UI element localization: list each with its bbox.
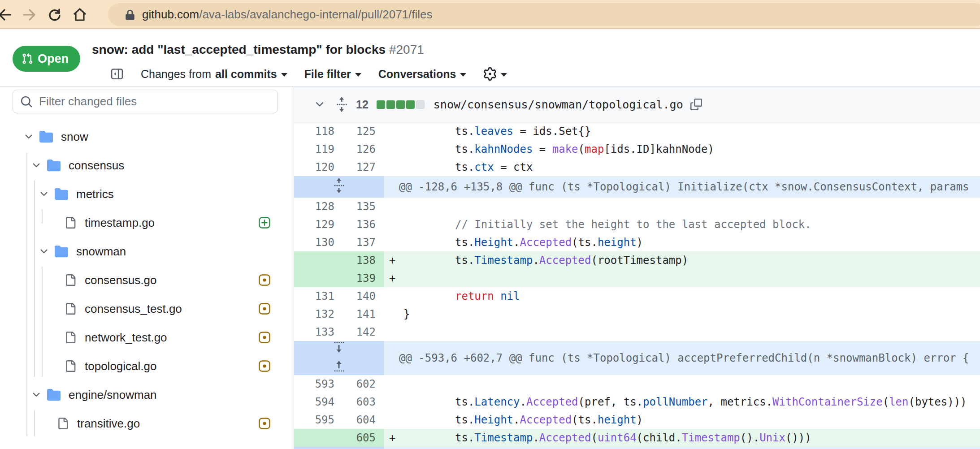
tree-folder-engine-snowman[interactable]: engine/snowman [0, 380, 294, 409]
new-line-number[interactable]: 136 [339, 216, 384, 233]
reload-icon[interactable] [47, 7, 63, 23]
file-icon [57, 418, 69, 429]
diff-marker [384, 323, 403, 341]
old-line-number[interactable] [294, 429, 339, 447]
new-line-number[interactable]: 127 [339, 158, 384, 176]
tree-file-consensus-test-go[interactable]: consensus_test.go [0, 294, 294, 323]
file-modified-icon [258, 274, 271, 286]
new-line-number[interactable]: 142 [339, 323, 384, 341]
old-line-number[interactable]: 119 [294, 140, 339, 158]
hunk-expand-gutter [294, 447, 384, 449]
diff-context-line: 594603ts.Latency.Accepted(pref, ts.pollN… [294, 393, 980, 411]
chevron-down-icon[interactable] [39, 246, 49, 257]
file-icon [65, 217, 76, 229]
home-icon[interactable] [72, 7, 88, 23]
old-line-number[interactable]: 130 [294, 233, 339, 251]
new-line-number[interactable]: 603 [339, 393, 384, 411]
diff-marker [384, 411, 403, 429]
chevron-down-icon[interactable] [31, 160, 42, 171]
code-text [403, 375, 980, 393]
file-filter-dropdown[interactable]: File filter [304, 68, 361, 81]
diff-context-line: 129136// Initially set the height to the… [294, 216, 980, 233]
new-line-number[interactable]: 604 [339, 411, 384, 429]
old-line-number[interactable]: 594 [294, 393, 339, 411]
new-line-number[interactable]: 135 [339, 198, 384, 216]
diffstat [377, 100, 425, 109]
expand-all-icon[interactable] [336, 96, 347, 113]
old-line-number[interactable]: 118 [294, 122, 339, 140]
new-line-number[interactable]: 139 [339, 269, 384, 287]
tree-folder-snow[interactable]: snow [0, 122, 294, 151]
file-added-icon [258, 216, 271, 229]
code-text: ts.Latency.Accepted(pref, ts.pollNumber,… [403, 393, 980, 411]
file-filter-box [13, 90, 278, 113]
code-text: ts.Height.Accepted(ts.height) [403, 411, 980, 429]
expand-all-icon[interactable] [334, 177, 344, 197]
tree-folder-consensus[interactable]: consensus [0, 151, 294, 180]
old-line-number[interactable]: 128 [294, 198, 339, 216]
new-line-number[interactable]: 602 [339, 375, 384, 393]
changes-from-dropdown[interactable]: Changes from all commits [141, 68, 287, 81]
new-line-number[interactable]: 141 [339, 305, 384, 323]
sidebar-toggle-button[interactable] [110, 67, 124, 81]
old-line-number[interactable]: 133 [294, 323, 339, 341]
tree-file-topological-go[interactable]: topological.go [0, 352, 294, 380]
tree-item-label: consensus_test.go [85, 302, 182, 316]
diff-marker: + [384, 429, 403, 447]
git-pull-request-icon [22, 53, 33, 65]
tree-item-label: network_test.go [85, 331, 167, 345]
old-line-number[interactable]: 131 [294, 287, 339, 305]
expand-down-icon[interactable] [334, 341, 344, 356]
new-line-number[interactable]: 140 [339, 287, 384, 305]
diff-context-line: 120127ts.ctx = ctx [294, 158, 980, 176]
back-icon[interactable] [0, 7, 13, 23]
diff-context-line: 131140return nil [294, 287, 980, 305]
filter-changed-files-input[interactable] [39, 95, 278, 108]
code-text: ts.leaves = ids.Set{} [403, 122, 980, 140]
conversations-dropdown[interactable]: Conversations [378, 68, 467, 81]
chevron-down-icon [355, 73, 361, 77]
old-line-number[interactable]: 595 [294, 411, 339, 429]
old-line-number[interactable]: 129 [294, 216, 339, 233]
diff-settings-dropdown[interactable] [483, 67, 507, 81]
lock-icon[interactable] [124, 9, 136, 21]
old-line-number[interactable]: 132 [294, 305, 339, 323]
hunk-expand-gutter [294, 341, 384, 375]
tree-file-consensus-go[interactable]: consensus.go [0, 266, 294, 294]
old-line-number[interactable] [294, 269, 339, 287]
new-line-number[interactable]: 138 [339, 251, 384, 269]
chevron-down-icon[interactable] [39, 189, 49, 199]
old-line-number[interactable]: 120 [294, 158, 339, 176]
chevron-down-icon[interactable] [23, 131, 34, 142]
diff-added-line: 138+ts.Timestamp.Accepted(rootTimestamp) [294, 251, 980, 269]
code-text [403, 198, 980, 216]
diff-file-path[interactable]: snow/consensus/snowman/topological.go [434, 98, 683, 111]
new-line-number[interactable]: 126 [339, 140, 384, 158]
tree-folder-snowman[interactable]: snowman [0, 237, 294, 266]
tree-file-transitive-go[interactable]: transitive.go [0, 409, 294, 438]
tree-file-network-test-go[interactable]: network_test.go [0, 323, 294, 352]
collapse-file-chevron-icon[interactable] [314, 99, 325, 110]
file-tree-sidebar: snowconsensusmetricstimestamp.gosnowmanc… [0, 87, 294, 449]
old-line-number[interactable] [294, 251, 339, 269]
new-line-number[interactable]: 137 [339, 233, 384, 251]
hunk-header-row-partial [294, 447, 980, 449]
tree-file-timestamp-go[interactable]: timestamp.go [0, 208, 294, 237]
code-text [403, 323, 980, 341]
file-modified-icon [258, 331, 271, 344]
file-icon [65, 360, 76, 372]
new-line-number[interactable]: 605 [339, 429, 384, 447]
expand-up-icon[interactable] [334, 360, 344, 375]
forward-icon[interactable] [22, 7, 38, 23]
new-line-number[interactable]: 125 [339, 122, 384, 140]
pr-header: Open snow: add "last_accepted_timestamp"… [0, 29, 980, 86]
chevron-down-icon[interactable] [31, 389, 42, 400]
copy-path-icon[interactable] [690, 99, 702, 110]
address-bar[interactable]: github.com/ava-labs/avalanchego-internal… [108, 3, 980, 26]
diffstat-neutral-square [416, 100, 425, 109]
diff-context-line: 118125ts.leaves = ids.Set{} [294, 122, 980, 140]
folder-icon [47, 159, 61, 172]
tree-folder-metrics[interactable]: metrics [0, 180, 294, 208]
old-line-number[interactable]: 593 [294, 375, 339, 393]
url-text: github.com/ava-labs/avalanchego-internal… [142, 8, 433, 22]
